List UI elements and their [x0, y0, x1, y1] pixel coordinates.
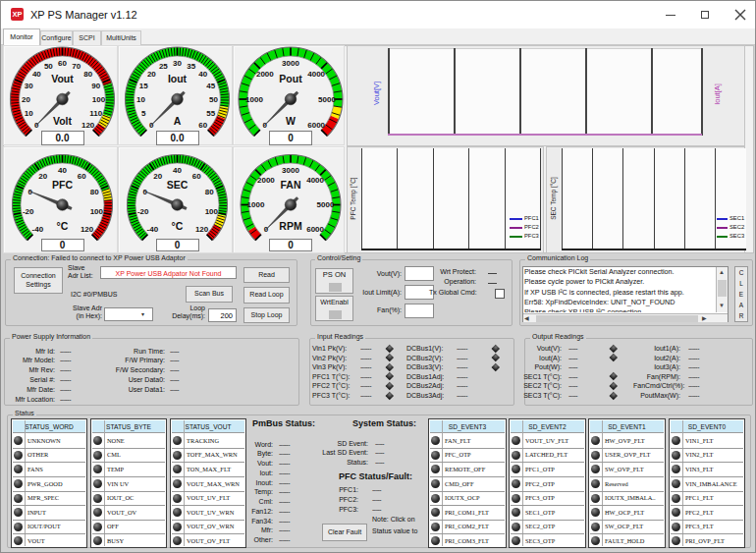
- svg-text:FAN: FAN: [281, 178, 301, 190]
- svg-text:4000: 4000: [306, 176, 324, 185]
- svg-text:120: 120: [195, 225, 209, 234]
- svg-text:2000: 2000: [257, 176, 275, 185]
- svg-text:3000: 3000: [282, 59, 299, 68]
- svg-text:40: 40: [58, 165, 67, 174]
- svg-text:1000: 1000: [247, 200, 265, 209]
- svg-text:Pout: Pout: [279, 73, 302, 84]
- svg-text:°C: °C: [57, 219, 69, 231]
- svg-text:55: 55: [206, 109, 215, 118]
- svg-text:45: 45: [206, 82, 215, 90]
- svg-text:120: 120: [81, 121, 95, 130]
- svg-text:100: 100: [92, 95, 106, 104]
- svg-text:-20: -20: [137, 207, 149, 216]
- svg-text:30: 30: [173, 59, 182, 68]
- svg-text:5000: 5000: [317, 200, 335, 209]
- svg-text:W: W: [286, 115, 296, 127]
- svg-text:70: 70: [72, 62, 81, 71]
- svg-text:25: 25: [159, 62, 168, 71]
- svg-text:50: 50: [209, 95, 218, 104]
- svg-text:50: 50: [44, 62, 53, 71]
- svg-text:5000: 5000: [318, 95, 336, 104]
- svg-text:-40: -40: [147, 225, 159, 234]
- svg-text:Iout: Iout: [168, 73, 188, 84]
- svg-text:RPM: RPM: [279, 219, 302, 231]
- svg-text:60: 60: [192, 171, 201, 180]
- svg-text:10: 10: [25, 109, 33, 118]
- svg-text:80: 80: [90, 187, 99, 195]
- svg-text:SEC: SEC: [167, 178, 189, 190]
- svg-text:20: 20: [22, 95, 30, 104]
- svg-text:°C: °C: [172, 219, 184, 231]
- svg-text:40: 40: [173, 165, 182, 174]
- svg-text:100: 100: [205, 207, 219, 216]
- svg-text:20: 20: [147, 70, 156, 79]
- svg-text:15: 15: [139, 82, 148, 90]
- svg-text:-40: -40: [32, 225, 44, 234]
- svg-text:120: 120: [81, 225, 94, 234]
- svg-text:80: 80: [205, 187, 214, 195]
- svg-text:0: 0: [264, 225, 269, 234]
- svg-text:5: 5: [141, 109, 146, 118]
- svg-text:90: 90: [91, 82, 100, 90]
- svg-text:Volt: Volt: [53, 115, 73, 127]
- svg-text:Vout: Vout: [51, 73, 74, 84]
- svg-text:110: 110: [89, 109, 102, 118]
- svg-text:2000: 2000: [256, 70, 274, 79]
- svg-text:6000: 6000: [306, 225, 324, 234]
- svg-text:4000: 4000: [307, 70, 325, 79]
- svg-text:60: 60: [198, 121, 207, 130]
- svg-text:35: 35: [187, 62, 195, 71]
- svg-text:40: 40: [198, 70, 207, 79]
- svg-text:60: 60: [78, 171, 86, 180]
- svg-text:A: A: [174, 115, 182, 127]
- svg-text:3000: 3000: [282, 165, 299, 174]
- svg-text:-20: -20: [23, 207, 34, 216]
- svg-text:0: 0: [149, 121, 154, 130]
- svg-text:60: 60: [58, 59, 67, 68]
- svg-text:20: 20: [38, 171, 47, 180]
- svg-text:10: 10: [136, 95, 145, 104]
- svg-text:PFC: PFC: [52, 178, 73, 190]
- svg-text:80: 80: [83, 70, 92, 79]
- svg-text:20: 20: [153, 171, 162, 180]
- svg-text:6000: 6000: [307, 121, 325, 130]
- svg-text:0: 0: [263, 121, 268, 130]
- svg-text:100: 100: [90, 207, 104, 216]
- svg-text:40: 40: [32, 70, 41, 79]
- svg-text:1000: 1000: [245, 95, 263, 104]
- svg-text:30: 30: [25, 82, 33, 90]
- svg-text:0: 0: [34, 121, 39, 130]
